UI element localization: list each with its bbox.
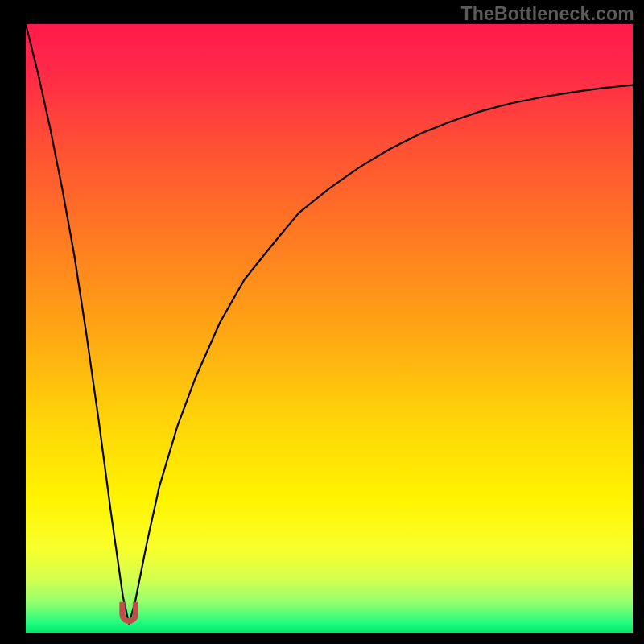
chart-stage: TheBottleneck.com [0,0,644,644]
chart-background [26,24,633,633]
plot-area [26,24,633,633]
chart-svg [26,24,633,633]
watermark-text: TheBottleneck.com [460,3,634,25]
